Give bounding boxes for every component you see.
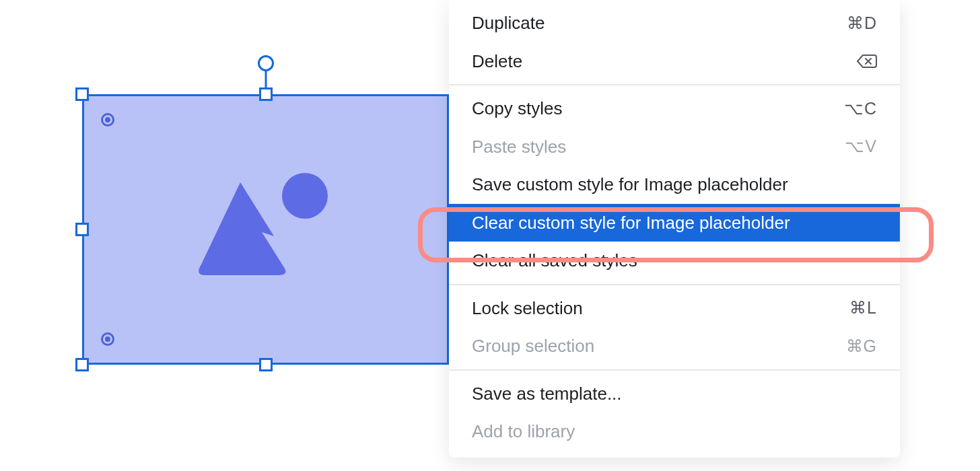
menu-item-shortcut: ⌘D <box>847 13 877 34</box>
resize-handle-bottom-left[interactable] <box>75 358 89 371</box>
menu-item-clear-custom-style[interactable]: Clear custom style for Image placeholder <box>449 204 900 242</box>
menu-divider <box>449 284 900 285</box>
menu-item-label: Copy styles <box>472 98 562 120</box>
menu-item-delete[interactable]: Delete <box>449 42 900 81</box>
svg-point-0 <box>282 173 328 219</box>
menu-item-duplicate[interactable]: Duplicate⌘D <box>449 4 900 42</box>
menu-item-save-custom-style[interactable]: Save custom style for Image placeholder <box>449 166 900 204</box>
resize-handle-bottom[interactable] <box>259 358 273 371</box>
context-menu: Duplicate⌘DDeleteCopy styles⌥CPaste styl… <box>449 0 900 458</box>
resize-handle-top-left[interactable] <box>75 87 89 101</box>
menu-item-lock-selection[interactable]: Lock selection⌘L <box>449 289 900 328</box>
rotate-handle[interactable] <box>258 55 274 71</box>
menu-item-shortcut: ⌘G <box>846 336 877 357</box>
anchor-dot-icon <box>101 332 114 346</box>
anchor-dot-icon <box>101 113 114 126</box>
menu-item-save-as-template[interactable]: Save as template... <box>449 375 900 413</box>
menu-divider <box>449 84 900 85</box>
menu-item-label: Clear all saved styles <box>472 250 637 272</box>
menu-item-shortcut: ⌥C <box>844 98 877 119</box>
menu-item-clear-all-styles[interactable]: Clear all saved styles <box>449 242 900 280</box>
menu-divider <box>449 369 900 371</box>
menu-item-paste-styles: Paste styles⌥V <box>449 128 900 166</box>
menu-item-copy-styles[interactable]: Copy styles⌥C <box>449 89 900 128</box>
menu-item-shortcut: ⌘L <box>849 297 877 318</box>
menu-item-label: Save custom style for Image placeholder <box>472 174 788 196</box>
menu-item-label: Delete <box>472 50 522 73</box>
menu-item-label: Duplicate <box>472 12 545 34</box>
image-placeholder-icon <box>199 162 333 297</box>
menu-item-label: Lock selection <box>472 297 583 320</box>
selection-bounding-box[interactable] <box>82 94 449 365</box>
menu-item-label: Paste styles <box>472 136 566 158</box>
menu-item-group-selection: Group selection⌘G <box>449 327 900 365</box>
menu-item-label: Clear custom style for Image placeholder <box>472 212 790 234</box>
resize-handle-left[interactable] <box>75 223 89 236</box>
menu-item-label: Group selection <box>472 335 594 357</box>
image-placeholder[interactable] <box>82 94 449 365</box>
menu-item-shortcut: ⌥V <box>845 136 877 157</box>
menu-item-add-to-library: Add to library <box>449 412 900 451</box>
resize-handle-top[interactable] <box>259 87 273 101</box>
menu-item-label: Add to library <box>472 421 575 443</box>
menu-item-shortcut <box>857 54 877 69</box>
delete-key-icon <box>857 54 877 69</box>
menu-item-label: Save as template... <box>472 383 622 405</box>
